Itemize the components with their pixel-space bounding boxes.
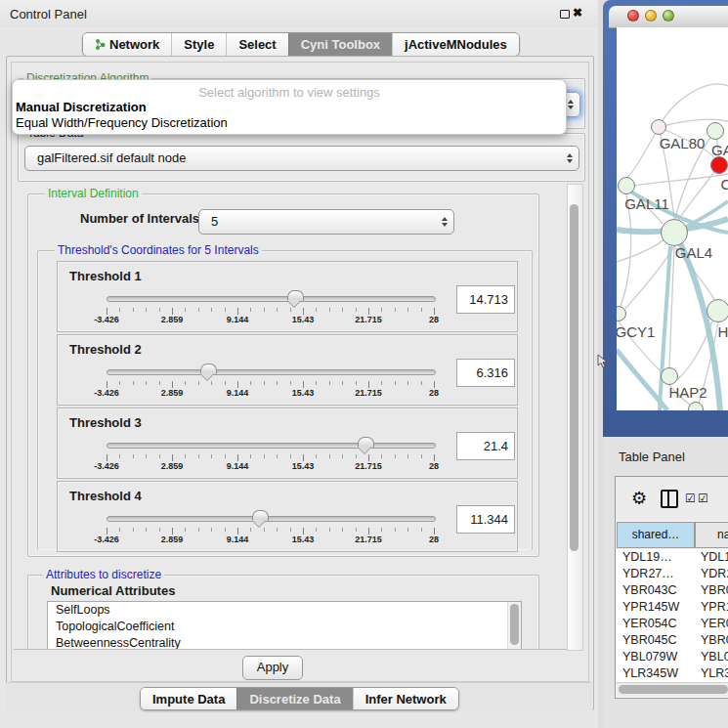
node-label: HAP2 <box>668 384 707 401</box>
settings-scrollbar-thumb[interactable] <box>570 204 578 551</box>
attribute-list-item[interactable]: TopologicalCoefficient <box>48 619 521 635</box>
close-icon[interactable]: ✖ <box>573 6 582 20</box>
threshold-4-slider[interactable] <box>107 509 434 527</box>
table-row[interactable]: YPR145WYPR1 <box>617 599 728 616</box>
slider-major-tick <box>434 381 435 388</box>
threshold-1-value-field[interactable]: 14.713 <box>456 285 515 314</box>
network-node[interactable] <box>707 299 728 322</box>
list-scrollbar[interactable] <box>507 602 521 650</box>
slider-major-tick <box>172 454 173 461</box>
select-none-checkbox-icon[interactable]: ☑ <box>698 492 708 505</box>
algorithm-option-equal-width[interactable]: Equal Width/Frequency Discretization <box>16 115 228 130</box>
table-row[interactable]: YBR045CYBR0 <box>617 632 728 649</box>
select-all-checkbox-icon[interactable]: ☑ <box>685 492 696 505</box>
network-node[interactable] <box>651 119 666 135</box>
network-node[interactable] <box>707 122 724 140</box>
slider-tick-label: 21.715 <box>355 461 382 471</box>
slider-tick-label: 9.144 <box>227 388 249 398</box>
number-of-intervals-combobox[interactable]: 5 <box>198 209 454 235</box>
numerical-attributes-list[interactable]: SelfLoopsTopologicalCoefficientBetweenne… <box>47 601 522 650</box>
network-view-window: GAL80GALCGAL11GAL4GCY1HHAP2 <box>603 0 728 437</box>
column-header-name[interactable]: na <box>695 522 728 548</box>
tab-discretize-data[interactable]: Discretize Data <box>236 688 352 709</box>
combo-stepper-icon <box>567 153 573 163</box>
threshold-1-slider[interactable] <box>107 289 434 307</box>
slider-tick-label: 9.144 <box>227 315 249 324</box>
slider-track[interactable] <box>107 516 436 522</box>
node-label: GAL4 <box>675 244 712 261</box>
cell-shared-name: YDR27… <box>617 566 695 582</box>
slider-major-tick <box>368 454 369 461</box>
slider-major-tick <box>107 381 107 388</box>
gear-icon[interactable]: ⚙ <box>631 488 647 509</box>
network-canvas[interactable]: GAL80GALCGAL11GAL4GCY1HHAP2 <box>617 27 728 410</box>
threshold-3-panel: Threshold 3 -3.4262.8599.14415.4321.7152… <box>57 407 518 479</box>
tab-network-label: Network <box>109 37 159 52</box>
column-header-shared-name[interactable]: shared… <box>617 522 695 548</box>
attribute-list-item[interactable]: BetweennessCentrality <box>48 635 521 650</box>
slider-tick-label: 9.144 <box>227 535 249 544</box>
slider-track[interactable] <box>107 296 436 302</box>
threshold-2-slider[interactable] <box>107 363 434 380</box>
tab-infer-network[interactable]: Infer Network <box>353 688 458 709</box>
slider-tick-label: 28 <box>429 461 439 471</box>
network-window-titlebar[interactable] <box>609 6 728 28</box>
threshold-3-value-field[interactable]: 21.4 <box>456 432 515 460</box>
node-table: ⚙ ☑ ☑ shared… na YDL19…YDL1YDR27…YDR2YBR… <box>615 476 728 699</box>
network-node[interactable] <box>618 177 635 194</box>
slider-tick-label: 2.859 <box>161 388 184 398</box>
settings-vertical-scrollbar[interactable] <box>567 184 583 651</box>
network-node[interactable] <box>661 367 678 385</box>
table-row[interactable]: YDL19…YDL1 <box>617 549 728 566</box>
apply-button[interactable]: Apply <box>242 656 303 680</box>
slider-handle[interactable] <box>287 290 304 301</box>
tab-jactivemnodules[interactable]: jActiveMNodules <box>392 33 519 56</box>
slider-tick-label: 28 <box>429 315 439 324</box>
minimize-traffic-light[interactable] <box>645 10 657 21</box>
list-scrollbar-thumb[interactable] <box>510 604 519 645</box>
algorithm-option-manual[interactable]: Manual Discretization <box>16 100 147 114</box>
slider-tick-label: -3.426 <box>94 315 119 324</box>
slider-handle[interactable] <box>252 510 269 521</box>
cell-name: YDL1 <box>695 549 728 566</box>
column-layout-icon[interactable] <box>661 490 678 508</box>
table-row[interactable]: YER054CYER0 <box>617 616 728 632</box>
table-row[interactable]: YLR345WYLR3 <box>617 665 728 682</box>
slider-handle[interactable] <box>358 437 374 448</box>
threshold-3-slider[interactable] <box>107 436 434 453</box>
slider-scale: -3.4262.8599.14415.4321.71528 <box>107 381 434 401</box>
tab-cyni-toolbox[interactable]: Cyni Toolbox <box>288 33 392 56</box>
cell-name: YBR0 <box>695 582 728 599</box>
zoom-traffic-light[interactable] <box>663 10 674 21</box>
table-data-combobox[interactable]: galFiltered.sif default node <box>24 146 579 171</box>
table-row[interactable]: YDR27…YDR2 <box>617 566 728 582</box>
tab-impute-data[interactable]: Impute Data <box>141 688 236 709</box>
close-traffic-light[interactable] <box>627 10 639 21</box>
attribute-list-item[interactable]: SelfLoops <box>48 602 521 619</box>
table-toolbar: ⚙ ☑ ☑ <box>616 477 728 521</box>
table-header-row: shared… na <box>617 522 728 548</box>
cell-shared-name: YDL19… <box>617 549 695 566</box>
slider-tick-label: 2.859 <box>161 315 184 324</box>
table-horizontal-scrollbar[interactable] <box>617 682 728 697</box>
slider-track[interactable] <box>107 443 436 449</box>
table-row[interactable]: YBR043CYBR0 <box>617 582 728 599</box>
threshold-4-value-field[interactable]: 11.344 <box>456 505 515 534</box>
threshold-2-value-field[interactable]: 6.316 <box>456 359 515 387</box>
cell-shared-name: YBR045C <box>617 632 695 649</box>
table-hscrollbar-thumb[interactable] <box>619 685 728 694</box>
tab-select-label: Select <box>238 37 276 52</box>
slider-handle[interactable] <box>200 364 217 374</box>
table-panel: Table Panel ⚙ ☑ ☑ shared… na YDL19…YDL1Y… <box>603 437 728 728</box>
slider-track[interactable] <box>107 369 436 375</box>
tab-select[interactable]: Select <box>226 33 287 56</box>
network-node[interactable] <box>688 402 704 410</box>
tab-style[interactable]: Style <box>171 33 226 56</box>
float-window-icon[interactable] <box>560 10 570 19</box>
network-node[interactable] <box>661 219 688 246</box>
numerical-attributes-label: Numerical Attributes <box>51 583 175 598</box>
slider-tick-label: 15.43 <box>292 315 315 324</box>
network-node[interactable] <box>710 156 728 174</box>
tab-network[interactable]: Network <box>83 33 171 56</box>
table-row[interactable]: YBL079WYBL0 <box>617 649 728 665</box>
